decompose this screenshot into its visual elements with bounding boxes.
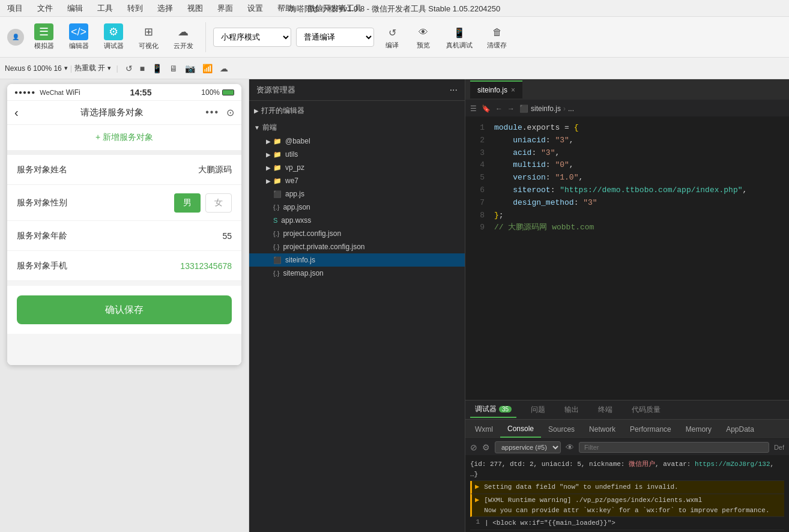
tab-problems[interactable]: 问题 [526, 402, 550, 417]
real-machine-icon: 📱 [451, 24, 468, 41]
nav-back-icon[interactable]: ← [495, 104, 503, 113]
console-line-warning2: ▶ [WXML Runtime warning] ./vp_pz/pages/i… [470, 494, 784, 517]
vp-pz-expand-icon: ▶ [266, 165, 271, 171]
file-sitemap-json[interactable]: {.} sitemap.json [249, 267, 465, 280]
menu-item-view[interactable]: 视图 [185, 2, 205, 15]
file-project-private-config[interactable]: {.} project.private.config.json [249, 240, 465, 253]
devtab-wxml[interactable]: Wxml [468, 422, 500, 437]
tab-output[interactable]: 输出 [560, 402, 584, 417]
file-project-config[interactable]: {.} project.config.json [249, 227, 465, 240]
devtab-console[interactable]: Console [500, 421, 541, 438]
clean-cache-button[interactable]: 🗑 清缓存 [482, 22, 512, 52]
tab-siteinfo-js[interactable]: siteinfo.js × [470, 80, 522, 98]
file-app-wxss[interactable]: S app.wxss [249, 214, 465, 227]
js-active-file-icon: ⬛ [273, 256, 282, 264]
top-menu-bar: 项目 文件 编辑 工具 转到 选择 视图 界面 设置 帮助 微信开发者工具 嗨嗒… [0, 0, 789, 17]
device-dropdown-icon[interactable]: ▾ [64, 64, 68, 72]
simulator-label: 模拟器 [34, 41, 54, 50]
screenshot-icon[interactable]: 📷 [185, 64, 195, 73]
console-warning1-text: Setting data field "now" to undefined is… [484, 482, 784, 492]
gender-female-button[interactable]: 女 [205, 193, 232, 213]
tab-debugger[interactable]: 调试器 35 [470, 402, 516, 418]
open-editors-header[interactable]: ▶ 打开的编辑器 [249, 103, 465, 118]
folder-utils[interactable]: ▶ 📁 utils [249, 148, 465, 161]
menu-item-select[interactable]: 选择 [155, 2, 175, 15]
frontend-section-header[interactable]: ▼ 前端 [249, 120, 465, 135]
folder-vp-pz[interactable]: ▶ 📁 vp_pz [249, 161, 465, 174]
tab-terminal[interactable]: 终端 [593, 402, 617, 417]
phone-nav-bar: ‹ 请选择服务对象 ••• ⊙ [7, 101, 241, 125]
status-right: 100% [201, 88, 234, 97]
devtab-appdata[interactable]: AppData [719, 422, 761, 437]
refresh-icon[interactable]: ↺ [125, 64, 133, 73]
editor-button[interactable]: </> 编辑器 [64, 21, 94, 53]
file-siteinfo-js[interactable]: ⬛ siteinfo.js [249, 253, 465, 267]
tab-close-button[interactable]: × [511, 86, 515, 94]
bookmark-icon[interactable]: 🔖 [482, 104, 491, 113]
real-machine-button[interactable]: 📱 真机调试 [441, 22, 477, 52]
file-panel-more-icon[interactable]: ··· [450, 85, 458, 95]
js-file-icon: ⬛ [273, 190, 282, 198]
cloud-button[interactable]: ☁ 云开发 [168, 21, 198, 53]
confirm-save-button[interactable]: 确认保存 [17, 295, 232, 324]
filter-settings-icon[interactable]: ⚙ [482, 443, 490, 452]
filter-eye-icon[interactable]: 👁 [566, 443, 574, 452]
devtab-performance[interactable]: Performance [623, 422, 679, 437]
back-button[interactable]: ‹ [14, 106, 19, 119]
menu-toggle-icon[interactable]: ☰ [470, 104, 477, 113]
file-app-js[interactable]: ⬛ app.js [249, 187, 465, 201]
signal-dots: ●●●●● [14, 89, 35, 95]
menu-item-edit[interactable]: 编辑 [65, 2, 85, 15]
gender-male-button[interactable]: 男 [174, 193, 201, 213]
menu-item-project[interactable]: 项目 [5, 2, 25, 15]
browser-view-icon[interactable]: 🖥 [169, 64, 178, 73]
tab-code-quality-label: 代码质量 [632, 405, 661, 415]
compile-button[interactable]: ↺ 编译 [379, 22, 405, 52]
compile-select[interactable]: 普通编译 [296, 28, 374, 47]
breadcrumb-filename: siteinfo.js [531, 104, 561, 113]
stop-icon[interactable]: ■ [140, 64, 145, 73]
devtools-tabs-bar: Wxml Console Sources Network Performance… [465, 420, 789, 439]
cloud2-icon[interactable]: ☁ [220, 64, 228, 73]
editor-label: 编辑器 [69, 41, 89, 50]
cloud-label: 云开发 [174, 41, 193, 50]
devtab-memory[interactable]: Memory [679, 422, 719, 437]
mode-select[interactable]: 小程序模式 [213, 28, 291, 47]
wifi-icon[interactable]: 📶 [202, 64, 213, 73]
devtab-network[interactable]: Network [582, 422, 623, 437]
file-siteinfo-js-label: siteinfo.js [285, 256, 315, 264]
menu-item-settings[interactable]: 设置 [245, 2, 265, 15]
tab-code-quality[interactable]: 代码质量 [627, 402, 665, 417]
filter-input[interactable] [579, 442, 769, 453]
folder-icon: 📁 [273, 177, 282, 185]
json-file-icon: {.} [273, 243, 279, 250]
phone-status-bar: ●●●●● WeChat WiFi 14:55 100% [7, 84, 241, 101]
service-select[interactable]: appservice (#5) [495, 441, 561, 453]
console-line-data: {id: 277, dtd: 2, uniacid: 5, nickname: … [470, 458, 784, 481]
console-panel: 调试器 35 问题 输出 终端 代码质量 Wxml Conso [465, 400, 789, 532]
real-machine-label: 真机调试 [446, 41, 473, 50]
hot-reload-dropdown[interactable]: ▾ [107, 64, 111, 72]
nav-scan-button[interactable]: ⊙ [226, 107, 234, 118]
phone-view-icon[interactable]: 📱 [152, 64, 162, 73]
phone-value: 13312345678 [180, 261, 232, 271]
add-service-button[interactable]: + 新增服务对象 [7, 125, 241, 155]
folder-we7[interactable]: ▶ 📁 we7 [249, 174, 465, 187]
menu-item-file[interactable]: 文件 [35, 2, 55, 15]
preview-button[interactable]: 👁 预览 [410, 22, 437, 52]
folder-babel[interactable]: ▶ 📁 @babel [249, 135, 465, 148]
visual-button[interactable]: ⊞ 可视化 [133, 21, 163, 53]
nav-menu-button[interactable]: ••• [205, 107, 219, 118]
console-numbered-text: | <block wx:if="{{main_loaded}}"> [485, 518, 784, 528]
menu-item-tools[interactable]: 工具 [95, 2, 115, 15]
nav-forward-icon[interactable]: → [507, 104, 515, 113]
sec-separator2: | [116, 64, 118, 73]
filter-clear-icon[interactable]: ⊘ [470, 443, 477, 452]
devtab-sources[interactable]: Sources [541, 422, 582, 437]
hot-reload-label[interactable]: 热重载 开 [74, 63, 105, 73]
file-app-json[interactable]: {.} app.json [249, 201, 465, 214]
debugger-button[interactable]: ⚙ 调试器 [98, 21, 128, 53]
menu-item-goto[interactable]: 转到 [125, 2, 145, 15]
menu-item-interface[interactable]: 界面 [215, 2, 235, 15]
simulator-button[interactable]: ☰ 模拟器 [29, 21, 59, 53]
